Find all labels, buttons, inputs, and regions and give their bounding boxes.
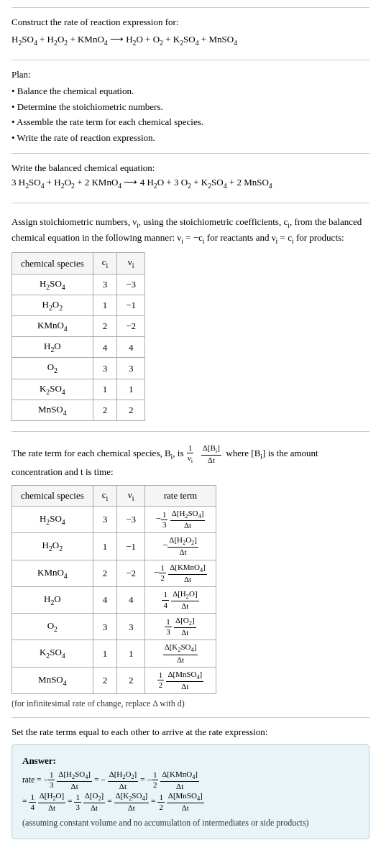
plan-label: Plan:: [12, 68, 369, 82]
vi-h2o2: −1: [117, 295, 145, 315]
rt-term-k2so4: Δ[K2SO4]Δt: [145, 640, 216, 667]
ci-mnso4: 2: [93, 400, 117, 420]
set-equal-label: Set the rate terms equal to each other t…: [12, 725, 369, 739]
rt-vi-k2so4: 1: [117, 640, 145, 667]
table-row: H2O2 1 −1: [12, 295, 145, 315]
header-section: Construct the rate of reaction expressio…: [12, 7, 369, 60]
vi-kmno4: −2: [117, 316, 145, 337]
construct-label: Construct the rate of reaction expressio…: [12, 15, 369, 29]
rt-term-mnso4: 12 Δ[MnSO4]Δt: [145, 667, 216, 693]
ci-h2o: 4: [93, 337, 117, 358]
balanced-section: Write the balanced chemical equation: 3 …: [12, 153, 369, 203]
rate-term-note: (for infinitesimal rate of change, repla…: [12, 697, 369, 710]
plan-section: Plan: Balance the chemical equation. Det…: [12, 60, 369, 154]
table-row: O2 3 3: [12, 358, 145, 379]
rt-ci-h2o2: 1: [93, 533, 117, 560]
rt-term-kmno4: −12 Δ[KMnO4]Δt: [145, 560, 216, 586]
ci-h2so4: 3: [93, 274, 117, 295]
rt-col-rateterm: rate term: [145, 485, 216, 506]
stoich-col-vi: νi: [117, 253, 145, 274]
answer-section: Set the rate terms equal to each other t…: [12, 717, 369, 846]
rate-term-intro: The rate term for each chemical species,…: [12, 443, 369, 479]
rt-species-o2: O2: [12, 614, 93, 640]
balanced-equation: 3 H2SO4 + H2O2 + 2 KMnO4 ⟶ 4 H2O + 3 O2 …: [12, 175, 369, 191]
rt-vi-mnso4: 2: [117, 667, 145, 693]
rt-vi-o2: 3: [117, 614, 145, 640]
rt-ci-kmno4: 2: [93, 560, 117, 586]
vi-mnso4: 2: [117, 400, 145, 420]
species-k2so4: K2SO4: [12, 379, 93, 400]
table-row: KMnO4 2 −2 −12 Δ[KMnO4]Δt: [12, 560, 216, 586]
ci-o2: 3: [93, 358, 117, 379]
rt-species-kmno4: KMnO4: [12, 560, 93, 586]
plan-item-2: Determine the stoichiometric numbers.: [12, 100, 369, 114]
ci-k2so4: 1: [93, 379, 117, 400]
rate-term-table: chemical species ci νi rate term H2SO4 3…: [12, 485, 216, 694]
species-o2: O2: [12, 358, 93, 379]
table-row: H2O 4 4: [12, 337, 145, 358]
rt-species-mnso4: MnSO4: [12, 667, 93, 693]
rt-ci-h2so4: 3: [93, 507, 117, 533]
rt-ci-h2o: 4: [93, 586, 117, 613]
rt-vi-h2so4: −3: [117, 507, 145, 533]
vi-o2: 3: [117, 358, 145, 379]
table-row: MnSO4 2 2 12 Δ[MnSO4]Δt: [12, 667, 216, 693]
vi-h2so4: −3: [117, 274, 145, 295]
rt-term-h2o2: −Δ[H2O2]Δt: [145, 533, 216, 560]
plan-list: Balance the chemical equation. Determine…: [12, 84, 369, 144]
rt-vi-h2o2: −1: [117, 533, 145, 560]
species-mnso4: MnSO4: [12, 400, 93, 420]
table-row: MnSO4 2 2: [12, 400, 145, 420]
plan-item-4: Write the rate of reaction expression.: [12, 131, 369, 145]
ci-h2o2: 1: [93, 295, 117, 315]
stoich-col-ci: ci: [93, 253, 117, 274]
rt-term-h2o: 14 Δ[H2O]Δt: [145, 586, 216, 613]
answer-label: Answer:: [22, 752, 359, 769]
plan-item-3: Assemble the rate term for each chemical…: [12, 115, 369, 129]
plan-item-1: Balance the chemical equation.: [12, 84, 369, 98]
species-h2o2: H2O2: [12, 295, 93, 315]
rt-species-h2o: H2O: [12, 586, 93, 613]
rt-vi-h2o: 4: [117, 586, 145, 613]
balanced-label: Write the balanced chemical equation:: [12, 161, 369, 175]
rt-ci-mnso4: 2: [93, 667, 117, 693]
rt-col-species: chemical species: [12, 485, 93, 506]
table-row: K2SO4 1 1: [12, 379, 145, 400]
species-h2o: H2O: [12, 337, 93, 358]
rt-vi-kmno4: −2: [117, 560, 145, 586]
rate-term-section: The rate term for each chemical species,…: [12, 431, 369, 717]
species-h2so4: H2SO4: [12, 274, 93, 295]
rt-ci-o2: 3: [93, 614, 117, 640]
stoich-intro: Assign stoichiometric numbers, νi, using…: [12, 215, 369, 246]
rt-ci-k2so4: 1: [93, 640, 117, 667]
rt-col-ci: ci: [93, 485, 117, 506]
stoich-table: chemical species ci νi H2SO4 3 −3 H2O2 1…: [12, 252, 145, 421]
table-row: H2SO4 3 −3 −13 Δ[H2SO4]Δt: [12, 507, 216, 533]
table-row: K2SO4 1 1 Δ[K2SO4]Δt: [12, 640, 216, 667]
ci-kmno4: 2: [93, 316, 117, 337]
answer-note: (assuming constant volume and no accumul…: [22, 816, 359, 831]
rt-term-o2: 13 Δ[O2]Δt: [145, 614, 216, 640]
table-row: H2O2 1 −1 −Δ[H2O2]Δt: [12, 533, 216, 560]
rt-term-h2so4: −13 Δ[H2SO4]Δt: [145, 507, 216, 533]
answer-box: Answer: rate = −13 Δ[H2SO4]Δt = − Δ[H2O2…: [12, 744, 369, 839]
rate-expression: rate = −13 Δ[H2SO4]Δt = − Δ[H2O2]Δt = −1…: [22, 770, 359, 813]
table-row: H2SO4 3 −3: [12, 274, 145, 295]
original-equation: H2SO4 + H2O2 + KMnO4 ⟶ H2O + O2 + K2SO4 …: [12, 32, 369, 48]
table-row: O2 3 3 13 Δ[O2]Δt: [12, 614, 216, 640]
vi-h2o: 4: [117, 337, 145, 358]
species-kmno4: KMnO4: [12, 316, 93, 337]
table-row: H2O 4 4 14 Δ[H2O]Δt: [12, 586, 216, 613]
table-row: KMnO4 2 −2: [12, 316, 145, 337]
rt-species-h2so4: H2SO4: [12, 507, 93, 533]
vi-k2so4: 1: [117, 379, 145, 400]
rt-species-h2o2: H2O2: [12, 533, 93, 560]
stoich-section: Assign stoichiometric numbers, νi, using…: [12, 203, 369, 431]
stoich-col-species: chemical species: [12, 253, 93, 274]
rt-species-k2so4: K2SO4: [12, 640, 93, 667]
rt-col-vi: νi: [117, 485, 145, 506]
